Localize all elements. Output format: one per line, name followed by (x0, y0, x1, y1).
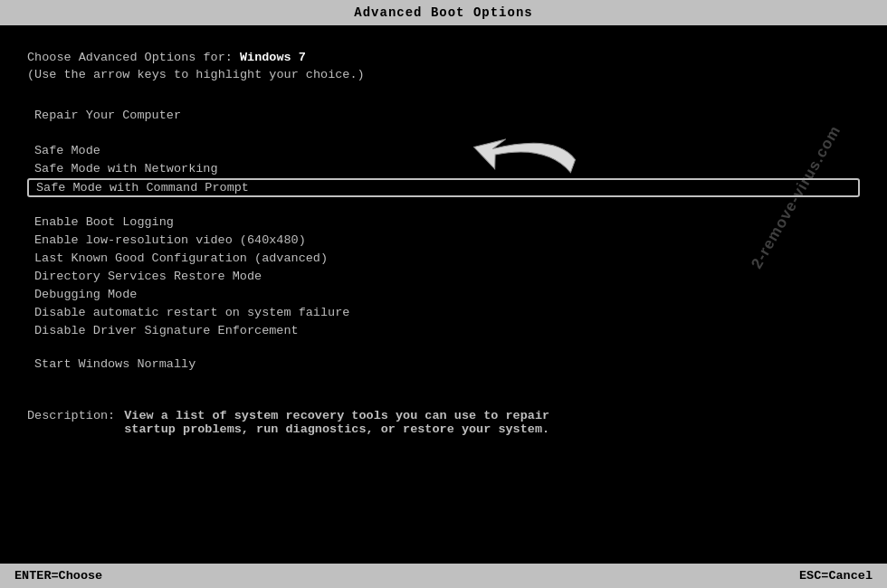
status-esc: ESC=Cancel (799, 569, 873, 583)
menu-item-disable-driver[interactable]: Disable Driver Signature Enforcement (27, 322, 860, 339)
menu-item-safe-mode-networking[interactable]: Safe Mode with Networking (27, 160, 860, 177)
menu-item-safe-mode-cmd[interactable]: Safe Mode with Command Prompt (27, 178, 860, 197)
menu-item-low-res[interactable]: Enable low-resolution video (640x480) (27, 232, 860, 249)
main-content: Choose Advanced Options for: Windows 7 (… (0, 25, 887, 445)
description-section: Description: View a list of system recov… (27, 409, 860, 436)
status-bar: ENTER=Choose ESC=Cancel (0, 564, 887, 588)
arrow-graphic (453, 116, 597, 206)
description-label: Description: (27, 409, 115, 436)
intro-line2: (Use the arrow keys to highlight your ch… (27, 68, 860, 81)
menu-item-directory[interactable]: Directory Services Restore Mode (27, 268, 860, 285)
menu-item-boot-logging[interactable]: Enable Boot Logging (27, 213, 860, 231)
menu-item-debugging[interactable]: Debugging Mode (27, 286, 860, 303)
description-line1: View a list of system recovery tools you… (124, 409, 549, 422)
menu-item-safe-mode[interactable]: Safe Mode (27, 142, 860, 159)
status-enter: ENTER=Choose (14, 569, 102, 583)
intro-line1: Choose Advanced Options for: Windows 7 (27, 51, 860, 64)
menu-item-disable-restart[interactable]: Disable automatic restart on system fail… (27, 304, 860, 321)
intro-prefix: Choose Advanced Options for: (27, 51, 240, 64)
menu-item-repair[interactable]: Repair Your Computer (27, 107, 860, 124)
description-line2: startup problems, run diagnostics, or re… (124, 422, 549, 436)
menu-section: Repair Your Computer Safe Mode Safe Mode… (27, 107, 860, 373)
intro-os: Windows 7 (240, 51, 306, 64)
title-bar: Advanced Boot Options (0, 0, 887, 25)
menu-item-last-known[interactable]: Last Known Good Configuration (advanced) (27, 250, 860, 267)
menu-item-start-normally[interactable]: Start Windows Normally (27, 356, 860, 373)
description-body: View a list of system recovery tools you… (124, 409, 549, 436)
